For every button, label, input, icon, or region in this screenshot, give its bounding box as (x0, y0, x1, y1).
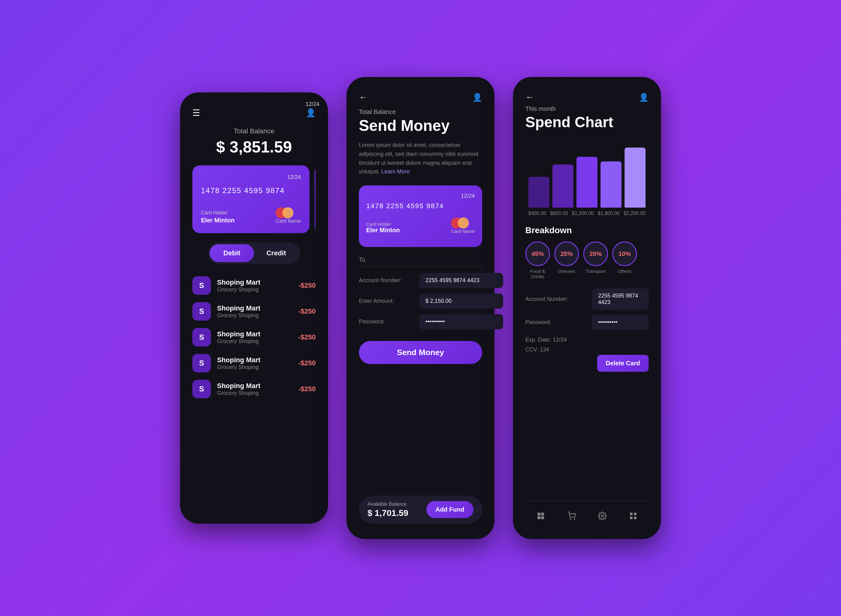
svg-point-6 (601, 515, 604, 517)
card-number: 1478 2255 4595 9874 (201, 186, 301, 195)
user-icon[interactable]: 👤 (306, 108, 316, 118)
debit-tab[interactable]: Debit (210, 244, 254, 262)
bar-2 (553, 164, 573, 208)
svg-rect-2 (538, 516, 540, 519)
breakdown-dresses: 25% Dresses (554, 242, 579, 279)
bar-5 (625, 148, 645, 208)
transaction-sub: Grocery Shoping (217, 390, 292, 396)
available-balance-amount: $ 1,701.59 (368, 508, 408, 518)
mastercard-icon (451, 217, 475, 229)
credit-tab[interactable]: Credit (254, 244, 298, 262)
back-icon[interactable]: ← (359, 92, 368, 102)
spend-chart-title: Spend Chart (525, 114, 648, 131)
description-text: Lorem ipsum dolor sit amet, consectetuer… (359, 141, 482, 176)
page-title: Send Money (359, 117, 482, 135)
transaction-amount: -$250 (298, 282, 316, 289)
breakdown-circles: 45% Food &Drinks 25% Dresses 20% Transpo… (525, 242, 648, 279)
account-number-group: Account Number: (359, 273, 482, 288)
nav-cart-icon[interactable] (564, 508, 579, 524)
amount-input[interactable] (419, 293, 503, 309)
bar-chart (525, 140, 648, 208)
transaction-name: Shoping Mart (217, 330, 292, 338)
phone2-footer: Available Balance $ 1,701.59 Add Fund (359, 496, 482, 524)
user-icon[interactable]: 👤 (639, 93, 648, 102)
account-detail-label: Account Number: (525, 296, 587, 302)
account-number-row: Account Number: (359, 273, 482, 288)
transaction-item[interactable]: S Shoping Mart Grocery Shoping -$250 (193, 302, 316, 321)
amount-row: Enter Amount: (359, 293, 482, 309)
transaction-item[interactable]: S Shoping Mart Grocery Shoping -$250 (193, 354, 316, 373)
phone2-header: ← 👤 (359, 92, 482, 102)
nav-settings-icon[interactable] (595, 508, 610, 524)
menu-icon[interactable]: ☰ (193, 108, 200, 118)
exp-ccv-section: Exp. Date: 12/24 CCV: 134 Delete Card (525, 335, 648, 372)
x-label-2: $800.00 (550, 211, 568, 216)
balance-label: Total Balance (359, 109, 482, 116)
transaction-name: Shoping Mart (217, 279, 292, 286)
others-label: Others (618, 268, 631, 274)
secondary-card[interactable]: 12/24 1478 225 Card Hold Goutam (315, 166, 316, 233)
transaction-item[interactable]: S Shoping Mart Grocery Shoping -$250 (193, 276, 316, 295)
password-detail-value: •••••••••• (592, 315, 648, 330)
password-detail-row: Password: •••••••••• (525, 315, 648, 330)
transaction-item[interactable]: S Shoping Mart Grocery Shoping -$250 (193, 328, 316, 346)
card2-name-section: Card Name (451, 217, 475, 234)
account-detail-value: 2255 4595 9874 4423 (592, 288, 648, 310)
transaction-sub: Grocery Shoping (217, 312, 292, 319)
transaction-amount: -$250 (298, 359, 316, 367)
transaction-item[interactable]: S Shoping Mart Grocery Shoping -$250 (193, 380, 316, 398)
svg-point-4 (570, 519, 570, 519)
nav-home-icon[interactable] (533, 508, 548, 524)
breakdown-food: 45% Food &Drinks (525, 242, 550, 279)
mc-orange-circle (282, 207, 294, 219)
nav-grid-icon[interactable] (625, 508, 641, 524)
transaction-amount: -$250 (298, 385, 316, 393)
user-icon[interactable]: 👤 (472, 93, 482, 102)
bar-3 (576, 157, 597, 208)
balance-label: Total Balance (193, 127, 316, 135)
chart-x-labels: $400.00 $800.00 $1,200.00 $1,800.00 $2,2… (525, 211, 648, 216)
card-name-section: Card Name (276, 207, 301, 224)
card-holder-label: Card Holder (201, 210, 235, 216)
x-label-5: $2,200.00 (623, 211, 645, 216)
card2-name-label: Card Name (451, 229, 475, 234)
transaction-icon: S (193, 276, 211, 295)
learn-more-link[interactable]: Learn More (381, 169, 410, 175)
card2-bottom: Card Holder Eler Minton Card Name (366, 217, 475, 234)
transaction-icon: S (193, 302, 211, 321)
debit-credit-tabs: Debit Credit (208, 242, 300, 264)
card-bottom: Card Holder Eler Minton Card Name (201, 207, 301, 224)
account-detail-row: Account Number: 2255 4595 9874 4423 (525, 288, 648, 310)
exp-date-text: Exp. Date: 12/24 (525, 335, 648, 345)
main-card[interactable]: 12/24 1478 2255 4595 9874 Card Holder El… (193, 166, 310, 233)
phone1-header: ☰ 👤 (193, 108, 316, 118)
transaction-sub: Grocery Shoping (217, 338, 292, 345)
amount-group: Enter Amount: (359, 293, 482, 309)
x-label-1: $400.00 (528, 211, 546, 216)
account-number-input[interactable] (419, 273, 503, 288)
password-row: Password: (359, 314, 482, 329)
send-money-button[interactable]: Send Money (359, 341, 482, 364)
food-circle: 45% (525, 242, 550, 266)
transaction-info: Shoping Mart Grocery Shoping (217, 382, 292, 396)
transaction-icon: S (193, 354, 211, 373)
transaction-info: Shoping Mart Grocery Shoping (217, 356, 292, 371)
dresses-circle: 25% (554, 242, 579, 266)
transactions-list: S Shoping Mart Grocery Shoping -$250 S S… (193, 276, 316, 398)
delete-card-button[interactable]: Delete Card (597, 355, 648, 372)
breakdown-title: Breakdown (525, 226, 648, 235)
add-fund-button[interactable]: Add Fund (426, 501, 473, 518)
back-icon[interactable]: ← (525, 92, 534, 102)
card-expiry: 12/24 (287, 174, 301, 180)
svg-rect-7 (630, 513, 632, 515)
to-label: To (359, 256, 482, 267)
transport-label: Transport (586, 268, 606, 274)
phone-3: ← 👤 This month Spend Chart $400.00 $800.… (513, 77, 661, 539)
password-input[interactable] (419, 314, 503, 329)
payment-card[interactable]: 12/24 1478 2255 4595 9874 Card Holder El… (359, 185, 482, 247)
breakdown-transport: 20% Transport (583, 242, 608, 279)
password-label: Password: (359, 318, 414, 325)
x-label-4: $1,800.00 (598, 211, 620, 216)
phone-2: ← 👤 Total Balance Send Money Lorem ipsum… (347, 77, 494, 539)
transaction-icon: S (193, 328, 211, 346)
